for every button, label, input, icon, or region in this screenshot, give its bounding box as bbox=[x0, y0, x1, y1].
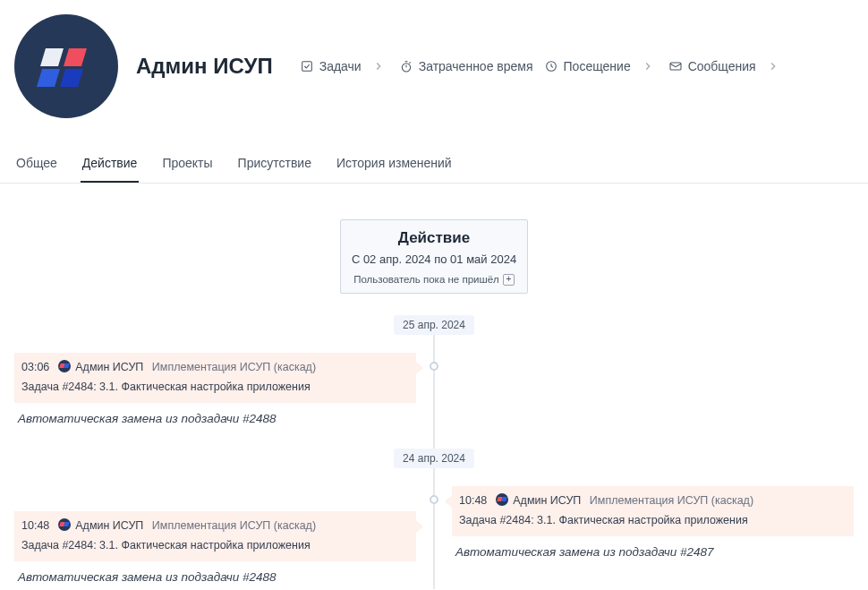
card-project: Имплементация ИСУП (каскад) bbox=[152, 519, 316, 532]
clock-icon bbox=[544, 59, 558, 73]
summary-range: С 02 апр. 2024 по 01 май 2024 bbox=[350, 252, 518, 266]
chevron-right-icon[interactable] bbox=[767, 60, 779, 73]
summary-title: Действие bbox=[350, 229, 518, 247]
stopwatch-icon bbox=[399, 59, 413, 73]
date-badge: 25 апр. 2024 bbox=[394, 315, 474, 335]
card-user: Админ ИСУП bbox=[75, 361, 143, 373]
expand-icon[interactable]: + bbox=[503, 274, 515, 286]
timeline-row: 03:06 Админ ИСУП Имплементация ИСУП (кас… bbox=[0, 353, 868, 431]
summary-box: Действие С 02 апр. 2024 по 01 май 2024 П… bbox=[340, 219, 528, 294]
user-avatar-icon bbox=[496, 493, 508, 506]
mail-icon bbox=[668, 59, 683, 73]
timeline-row: 10:48 Админ ИСУП Имплементация ИСУП (кас… bbox=[0, 486, 868, 589]
activity-card[interactable]: 10:48 Админ ИСУП Имплементация ИСУП (кас… bbox=[452, 486, 854, 564]
nav-attendance[interactable]: Посещение bbox=[542, 56, 633, 77]
svg-rect-3 bbox=[670, 63, 681, 70]
nav-messages[interactable]: Сообщения bbox=[667, 56, 758, 77]
card-user: Админ ИСУП bbox=[75, 519, 143, 532]
nav-tasks[interactable]: Задачи bbox=[298, 56, 363, 77]
card-body: Автоматическая замена из подзадачи #2488 bbox=[14, 561, 416, 589]
avatar-logo-icon bbox=[35, 35, 98, 98]
tab-projects[interactable]: Проекты bbox=[160, 147, 214, 183]
avatar bbox=[14, 14, 118, 118]
user-avatar-icon bbox=[58, 360, 71, 372]
tab-history[interactable]: История изменений bbox=[335, 147, 454, 183]
summary-note: Пользователь пока не пришёл + bbox=[353, 274, 515, 286]
tab-activity[interactable]: Действие bbox=[81, 147, 140, 183]
tab-general[interactable]: Общее bbox=[14, 147, 59, 183]
date-badge: 24 апр. 2024 bbox=[394, 449, 474, 468]
card-time: 10:48 bbox=[21, 519, 49, 532]
tasks-icon bbox=[300, 59, 314, 73]
card-body: Автоматическая замена из подзадачи #2488 bbox=[14, 403, 416, 431]
nav-label: Задачи bbox=[319, 59, 362, 73]
header-nav: Задачи Затраченное время Посещение Сообщ… bbox=[298, 56, 785, 77]
card-user: Админ ИСУП bbox=[513, 494, 581, 507]
card-task: Задача #2484: 3.1. Фактическая настройка… bbox=[459, 511, 847, 529]
tabs: Общее Действие Проекты Присутствие Истор… bbox=[0, 147, 868, 184]
chevron-right-icon[interactable] bbox=[642, 60, 654, 73]
card-task: Задача #2484: 3.1. Фактическая настройка… bbox=[21, 536, 409, 554]
card-project: Имплементация ИСУП (каскад) bbox=[152, 361, 316, 373]
card-header: 10:48 Админ ИСУП Имплементация ИСУП (кас… bbox=[14, 511, 416, 561]
content: Действие С 02 апр. 2024 по 01 май 2024 П… bbox=[0, 184, 868, 589]
tab-presence[interactable]: Присутствие bbox=[236, 147, 313, 183]
nav-time-spent[interactable]: Затраченное время bbox=[397, 56, 535, 77]
card-header: 10:48 Админ ИСУП Имплементация ИСУП (кас… bbox=[452, 486, 854, 536]
timeline-dot bbox=[430, 362, 438, 371]
card-body: Автоматическая замена из подзадачи #2487 bbox=[452, 536, 854, 564]
nav-label: Затраченное время bbox=[419, 59, 533, 73]
nav-label: Сообщения bbox=[688, 59, 756, 73]
timeline-dot bbox=[430, 495, 438, 504]
nav-label: Посещение bbox=[564, 59, 631, 73]
page-title: Админ ИСУП bbox=[136, 54, 273, 79]
svg-rect-0 bbox=[302, 62, 311, 72]
activity-card[interactable]: 10:48 Админ ИСУП Имплементация ИСУП (кас… bbox=[14, 511, 416, 589]
card-time: 03:06 bbox=[21, 361, 49, 373]
card-task: Задача #2484: 3.1. Фактическая настройка… bbox=[21, 378, 409, 396]
timeline: 25 апр. 2024 03:06 Админ ИСУП Имплемента… bbox=[0, 315, 868, 589]
summary-note-text: Пользователь пока не пришёл bbox=[353, 274, 499, 285]
chevron-right-icon[interactable] bbox=[372, 60, 385, 73]
page-header: Админ ИСУП Задачи Затраченное время Посе… bbox=[0, 0, 868, 147]
card-header: 03:06 Админ ИСУП Имплементация ИСУП (кас… bbox=[14, 353, 416, 403]
user-avatar-icon bbox=[58, 518, 71, 531]
card-time: 10:48 bbox=[459, 494, 487, 507]
activity-card[interactable]: 03:06 Админ ИСУП Имплементация ИСУП (кас… bbox=[14, 353, 416, 431]
card-project: Имплементация ИСУП (каскад) bbox=[590, 494, 753, 507]
